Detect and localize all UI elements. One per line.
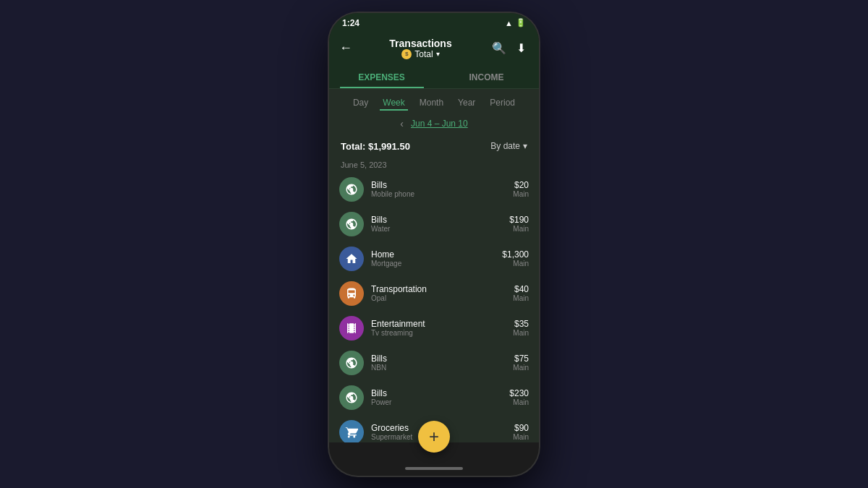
transaction-subcategory: Tv streaming	[371, 329, 506, 337]
phone-frame: 1:24 ▲ 🔋 ← Transactions $ Total ▾ 🔍 ⬇ EX…	[329, 13, 539, 476]
transaction-amount: $35 Main	[513, 319, 529, 337]
amount-value: $35	[513, 319, 529, 329]
amount-value: $40	[513, 284, 529, 294]
transaction-amount: $20 Main	[513, 180, 529, 198]
status-bar: 1:24 ▲ 🔋	[329, 13, 539, 33]
transaction-amount: $190 Main	[509, 215, 529, 233]
status-time: 1:24	[342, 18, 359, 28]
period-tab-period[interactable]: Period	[487, 96, 518, 111]
home-indicator	[405, 467, 463, 470]
transaction-info: Bills Mobile phone	[371, 180, 506, 198]
total-bar: Total: $1,991.50 By date ▾	[329, 135, 539, 158]
amount-account: Main	[513, 433, 529, 441]
transaction-subcategory: NBN	[371, 364, 506, 372]
total-amount: Total: $1,991.50	[341, 141, 410, 152]
add-transaction-button[interactable]: +	[418, 421, 450, 453]
amount-account: Main	[513, 190, 529, 198]
date-range-label[interactable]: Jun 4 – Jun 10	[411, 119, 468, 129]
amount-account: Main	[509, 398, 529, 406]
transaction-item[interactable]: Transportation Opal $40 Main	[329, 276, 539, 311]
tab-expenses[interactable]: EXPENSES	[329, 67, 434, 88]
amount-account: Main	[502, 260, 529, 267]
transaction-subcategory: Mobile phone	[371, 190, 506, 198]
transaction-list: Bills Mobile phone $20 Main Bills Water …	[329, 172, 539, 442]
category-icon	[339, 177, 364, 202]
transaction-info: Entertainment Tv streaming	[371, 319, 506, 337]
search-icon[interactable]: 🔍	[489, 40, 509, 56]
transaction-amount: $40 Main	[513, 284, 529, 302]
dropdown-arrow-icon[interactable]: ▾	[436, 50, 440, 58]
transaction-item[interactable]: Bills Power $230 Main	[329, 380, 539, 415]
transaction-item[interactable]: Bills Water $190 Main	[329, 207, 539, 241]
transaction-subcategory: Power	[371, 398, 502, 406]
transaction-info: Bills NBN	[371, 354, 506, 372]
prev-period-button[interactable]: ‹	[400, 118, 404, 129]
header-title: Transactions	[352, 38, 489, 49]
tab-income[interactable]: INCOME	[434, 67, 539, 88]
transaction-subcategory: Mortgage	[371, 260, 495, 267]
content-area: Day Week Month Year Period ‹ Jun 4 – Jun…	[329, 89, 539, 442]
transaction-category: Bills	[371, 354, 506, 364]
header-total-label[interactable]: Total	[414, 49, 433, 59]
period-tabs: Day Week Month Year Period	[329, 89, 539, 115]
transaction-item[interactable]: Bills Mobile phone $20 Main	[329, 172, 539, 207]
period-tab-day[interactable]: Day	[350, 96, 371, 111]
transaction-info: Transportation Opal	[371, 284, 506, 302]
category-icon	[339, 351, 364, 375]
transaction-amount: $75 Main	[513, 354, 529, 372]
amount-account: Main	[513, 329, 529, 337]
transaction-category: Bills	[371, 388, 502, 398]
amount-value: $1,300	[502, 249, 529, 260]
amount-account: Main	[513, 294, 529, 302]
transaction-item[interactable]: Entertainment Tv streaming $35 Main	[329, 311, 539, 346]
battery-icon: 🔋	[516, 18, 526, 27]
transaction-info: Bills Power	[371, 388, 502, 406]
download-icon[interactable]: ⬇	[514, 40, 529, 56]
header-center: Transactions $ Total ▾	[352, 38, 489, 59]
category-icon	[339, 247, 364, 271]
coin-icon: $	[401, 49, 412, 59]
transaction-item[interactable]: Bills NBN $75 Main	[329, 346, 539, 380]
transaction-amount: $1,300 Main	[502, 249, 529, 267]
period-tab-month[interactable]: Month	[417, 96, 446, 111]
main-tabs: EXPENSES INCOME	[329, 67, 539, 89]
category-icon	[339, 212, 364, 236]
transaction-subcategory: Water	[371, 225, 502, 233]
period-tab-week[interactable]: Week	[380, 96, 407, 111]
transaction-item[interactable]: Home Mortgage $1,300 Main	[329, 241, 539, 276]
amount-value: $75	[513, 354, 529, 364]
amount-value: $230	[509, 388, 529, 398]
status-icons: ▲ 🔋	[505, 18, 526, 27]
transaction-category: Entertainment	[371, 319, 506, 329]
wifi-icon: ▲	[505, 19, 513, 27]
category-icon	[339, 385, 364, 410]
transaction-subcategory: Opal	[371, 294, 506, 302]
amount-value: $20	[513, 180, 529, 190]
amount-value: $90	[513, 423, 529, 433]
transaction-amount: $230 Main	[509, 388, 529, 406]
amount-account: Main	[509, 225, 529, 233]
period-tab-year[interactable]: Year	[455, 96, 478, 111]
main-tabs-container: EXPENSES INCOME	[329, 67, 539, 89]
transaction-category: Home	[371, 249, 495, 260]
amount-value: $190	[509, 215, 529, 225]
transaction-category: Bills	[371, 180, 506, 190]
sort-dropdown-icon: ▾	[523, 141, 527, 151]
app-header: ← Transactions $ Total ▾ 🔍 ⬇	[329, 33, 539, 67]
transaction-amount: $90 Main	[513, 423, 529, 441]
back-button[interactable]: ←	[339, 40, 352, 56]
date-label: June 5, 2023	[329, 158, 539, 172]
transaction-category: Bills	[371, 215, 502, 225]
category-icon	[339, 281, 364, 306]
transaction-info: Home Mortgage	[371, 249, 495, 267]
transaction-category: Transportation	[371, 284, 506, 294]
sort-label: By date	[490, 141, 520, 151]
category-icon	[339, 420, 364, 442]
sort-button[interactable]: By date ▾	[490, 141, 527, 151]
transaction-info: Bills Water	[371, 215, 502, 233]
category-icon	[339, 316, 364, 341]
amount-account: Main	[513, 364, 529, 372]
date-navigation: ‹ Jun 4 – Jun 10	[329, 115, 539, 135]
header-subtitle: $ Total ▾	[352, 49, 489, 59]
header-actions: 🔍 ⬇	[489, 40, 529, 56]
